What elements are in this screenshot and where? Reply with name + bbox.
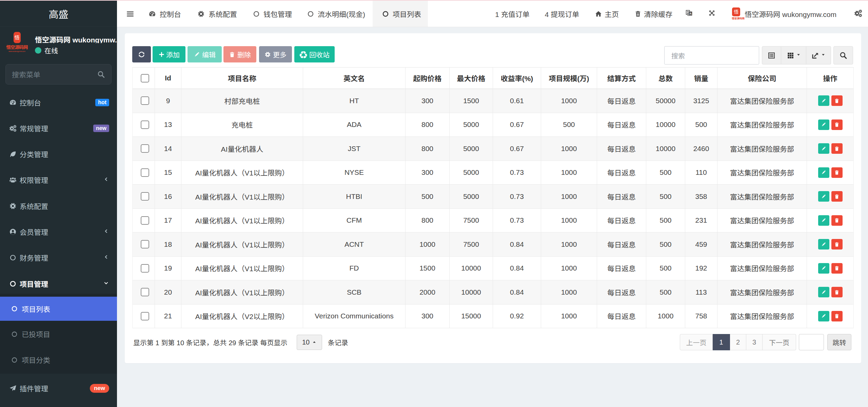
svg-text:A: A bbox=[690, 12, 692, 15]
